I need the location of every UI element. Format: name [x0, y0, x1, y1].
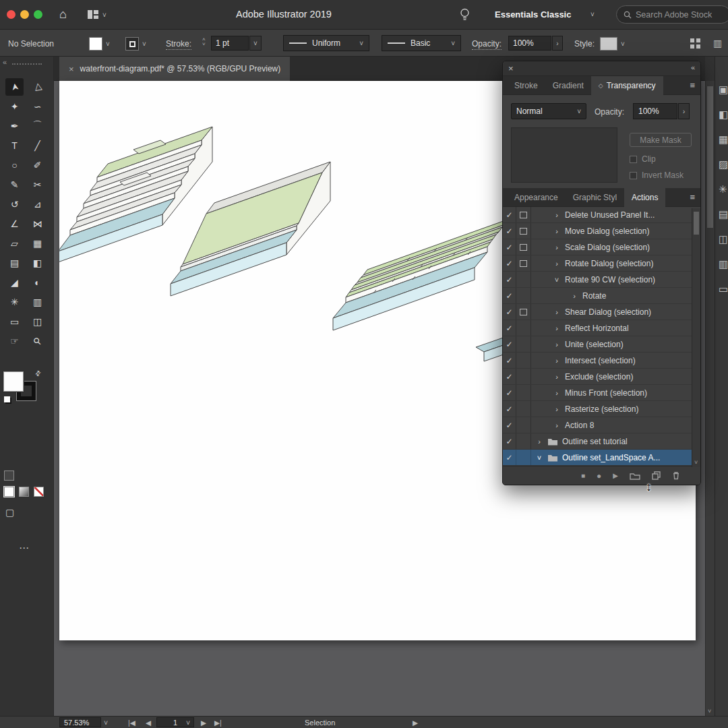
action-row[interactable]: ✓›Rotate Dialog (selection) — [503, 255, 700, 272]
artboard-chevron-icon[interactable]: ˅ — [186, 719, 190, 727]
action-check-icon[interactable]: ✓ — [503, 433, 516, 449]
action-check-icon[interactable]: ✓ — [503, 223, 516, 239]
panel-opacity-value[interactable]: 100% — [633, 103, 677, 119]
opacity-label[interactable]: Opacity: — [472, 39, 502, 50]
action-dialog-toggle[interactable] — [516, 223, 531, 239]
action-dialog-toggle[interactable] — [516, 450, 531, 465]
actions-scrollbar-thumb[interactable] — [694, 212, 699, 235]
stroke-color-swatch[interactable] — [125, 37, 139, 51]
action-check-icon[interactable]: ✓ — [503, 336, 516, 352]
make-mask-button[interactable]: Make Mask — [630, 133, 692, 147]
swatch-small-icon[interactable] — [4, 471, 14, 481]
action-row[interactable]: ✓›Move Dialog (selection) — [503, 223, 700, 239]
opacity-flyout-button[interactable]: › — [678, 103, 690, 119]
chevron-right-icon[interactable]: › — [553, 211, 561, 219]
action-dialog-toggle[interactable] — [516, 401, 531, 417]
last-artboard-button[interactable]: ▶| — [214, 719, 222, 727]
action-row[interactable]: ✓›Minus Front (selection) — [503, 385, 700, 401]
next-artboard-button[interactable]: ▶ — [201, 719, 206, 727]
close-document-icon[interactable]: × — [69, 64, 74, 74]
panel-menu-icon[interactable]: ≡ — [690, 80, 695, 90]
stroke-chevron-icon[interactable]: ˅ — [142, 40, 146, 48]
fill-indicator[interactable] — [4, 372, 23, 391]
stop-button[interactable]: ■ — [581, 472, 585, 479]
vertical-scrollbar-thumb[interactable] — [707, 86, 713, 228]
workspace-chevron-icon[interactable]: ˅ — [590, 11, 595, 18]
appearance-panel-icon[interactable]: ◫ — [719, 233, 728, 245]
action-dialog-toggle[interactable] — [516, 272, 531, 287]
action-dialog-toggle[interactable] — [516, 385, 531, 400]
action-row[interactable]: ✓›Exclude (selection) — [503, 369, 700, 385]
tool-shear[interactable]: ∠ — [5, 215, 24, 233]
chevron-right-icon[interactable]: › — [553, 260, 561, 268]
action-dialog-toggle[interactable] — [516, 433, 531, 449]
chevron-right-icon[interactable]: › — [553, 227, 561, 235]
tool-direct-selection[interactable]: ▷ — [28, 78, 47, 96]
toolbar-grip[interactable] — [12, 63, 42, 65]
stroke-weight-value[interactable]: 1 pt — [211, 36, 249, 51]
tool-symbol-sprayer[interactable]: ✳ — [5, 293, 24, 311]
none-button[interactable] — [34, 487, 44, 497]
tool-zoom[interactable]: ⚲ — [28, 332, 47, 350]
action-check-icon[interactable]: ✓ — [503, 385, 516, 400]
action-check-icon[interactable]: ✓ — [503, 304, 516, 320]
chevron-right-icon[interactable]: › — [570, 292, 578, 300]
tab-graphic-styles[interactable]: Graphic Styl — [566, 188, 624, 206]
tool-pen[interactable]: ✒ — [5, 117, 24, 135]
tool-eyedropper[interactable]: ◢ — [5, 274, 24, 291]
tool-rotate[interactable]: ↺ — [5, 195, 24, 213]
play-button[interactable]: ▶ — [613, 472, 618, 479]
search-input[interactable]: Search Adobe Stock — [616, 5, 728, 24]
panel-header[interactable]: × « — [503, 61, 700, 76]
action-row[interactable]: ✓›Action 8 — [503, 417, 700, 433]
gradient-button[interactable] — [19, 487, 29, 497]
tool-perspective-grid[interactable]: ▦ — [28, 235, 47, 252]
document-tab[interactable]: × waterfront-diagram.pdf* @ 57.53% (RGB/… — [59, 57, 290, 81]
first-artboard-button[interactable]: |◀ — [128, 719, 135, 727]
diagram-striped-boardwalk[interactable] — [333, 219, 509, 330]
action-row[interactable]: ✓›Rotate — [503, 288, 700, 304]
swatches-panel-icon[interactable]: ▦ — [719, 133, 728, 146]
stroke-weight-stepper[interactable]: ˄˅ — [202, 37, 206, 47]
zoom-level-field[interactable]: 57.53% — [59, 717, 101, 727]
workspace-grid-chevron-icon[interactable]: ˅ — [102, 11, 107, 19]
action-dialog-toggle[interactable] — [516, 320, 531, 336]
opacity-flyout-button[interactable]: › — [552, 36, 563, 51]
opacity-value[interactable]: 100% — [508, 36, 551, 51]
collapse-toolbar-icon[interactable]: « — [3, 58, 7, 66]
clip-checkbox[interactable] — [630, 156, 637, 163]
chevron-right-icon[interactable]: › — [553, 373, 561, 381]
invert-mask-checkbox[interactable] — [630, 172, 637, 179]
action-row[interactable]: ✓›Rasterize (selection) — [503, 401, 700, 417]
chevron-right-icon[interactable]: › — [553, 308, 561, 316]
default-fill-stroke-icon[interactable] — [4, 396, 10, 402]
action-dialog-toggle[interactable] — [516, 417, 531, 433]
stroke-weight-label[interactable]: Stroke: — [166, 39, 191, 50]
symbols-panel-icon[interactable]: ✳ — [719, 183, 727, 195]
new-set-button[interactable] — [630, 472, 640, 480]
tool-scissors[interactable]: ✂ — [28, 176, 47, 193]
tool-magic-wand[interactable]: ✦ — [5, 98, 24, 115]
panel-menu-icon[interactable]: ≡ — [690, 192, 695, 202]
action-row[interactable]: ✓›Unite (selection) — [503, 336, 700, 353]
artboards-panel-icon[interactable]: ▭ — [719, 283, 728, 295]
chevron-down-icon[interactable]: ˅ — [535, 454, 543, 462]
tool-curvature[interactable]: ⌒ — [28, 117, 47, 135]
action-check-icon[interactable]: ✓ — [503, 353, 516, 368]
tool-ellipse[interactable]: ○ — [5, 156, 24, 174]
action-check-icon[interactable]: ✓ — [503, 417, 516, 433]
new-action-button[interactable] — [652, 471, 661, 480]
clip-checkbox-row[interactable]: Clip — [630, 154, 656, 164]
tool-mesh[interactable]: ▤ — [5, 254, 24, 272]
action-dialog-toggle[interactable] — [516, 353, 531, 368]
touch-workspace-icon[interactable] — [690, 38, 700, 49]
color-panel-icon[interactable]: ▣ — [719, 84, 728, 96]
scroll-down-icon[interactable]: ˅ — [694, 459, 698, 466]
workspace-switcher[interactable]: Essentials Classic — [495, 9, 571, 20]
action-row[interactable]: ✓›Intersect (selection) — [503, 353, 700, 369]
brush-definition-dropdown[interactable]: Basic˅ — [382, 35, 461, 51]
fill-chevron-icon[interactable]: ˅ — [106, 40, 110, 48]
action-dialog-toggle[interactable] — [516, 239, 531, 255]
action-check-icon[interactable]: ✓ — [503, 207, 516, 222]
brushes-panel-icon[interactable]: ▨ — [719, 158, 728, 171]
